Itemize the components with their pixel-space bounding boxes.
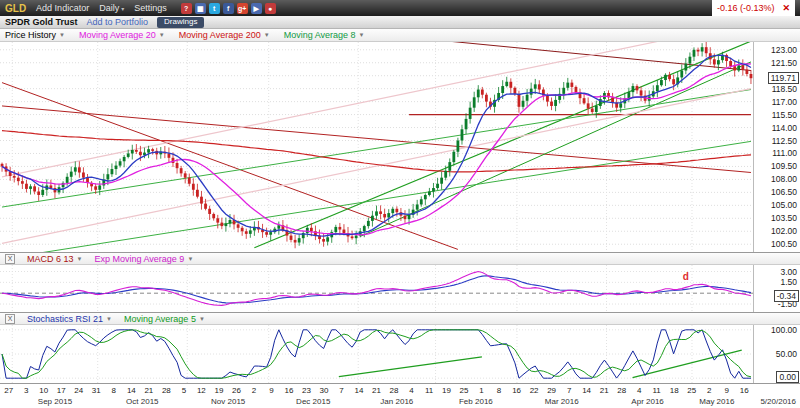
facebook-icon[interactable]: f: [223, 3, 234, 14]
time-tick-label: 28: [162, 386, 171, 395]
stoch-legend: Stochastics RSI 21▼Moving Average 5▼: [27, 314, 205, 324]
axis-label: 118.50: [772, 84, 797, 94]
axis-label: 114.00: [772, 123, 797, 133]
time-tick-label: 2: [252, 386, 256, 395]
macd-annotation: d: [683, 271, 689, 282]
time-axis: 2731017243181421285121926291623307142128…: [0, 383, 800, 408]
legend-item[interactable]: Moving Average 8▼: [284, 30, 365, 40]
axis-label: 1.50: [780, 277, 797, 287]
time-tick-label: 31: [92, 386, 101, 395]
legend-label: Exp Moving Average 9: [94, 254, 184, 264]
time-tick-label: 21: [144, 386, 153, 395]
axis-label: 109.50: [771, 161, 797, 171]
googleplus-icon[interactable]: g+: [237, 3, 248, 14]
time-tick-label: 25: [687, 386, 696, 395]
time-tick-label: 9: [724, 386, 728, 395]
axis-label: 115.50: [772, 110, 797, 120]
axis-label: 117.00: [772, 97, 797, 107]
stoch-plot[interactable]: [0, 325, 753, 383]
axis-label: 3.00: [780, 267, 797, 277]
toolbar-icon-group: ?▦tfg+▶●: [181, 3, 276, 14]
trendlines-layer[interactable]: [2, 42, 751, 252]
legend-label: Moving Average 5: [124, 314, 196, 324]
menu-timeframe[interactable]: Daily ▾: [99, 3, 124, 13]
month-label: Sep 2015: [38, 397, 72, 406]
legend-label: MACD 6 13: [27, 254, 74, 264]
candles-layer: [1, 42, 753, 248]
time-tick-label: 2: [707, 386, 711, 395]
legend-item[interactable]: Moving Average 200▼: [179, 30, 270, 40]
time-tick-label: 10: [39, 386, 48, 395]
menu-settings[interactable]: Settings: [134, 3, 167, 13]
legend-label: Price History: [5, 30, 56, 40]
time-tick-label: 28: [390, 386, 399, 395]
month-label: Nov 2015: [211, 397, 245, 406]
time-tick-label: 19: [214, 386, 223, 395]
stoch-panel-header: X Stochastics RSI 21▼Moving Average 5▼: [0, 312, 800, 325]
stoch-plot-row: 100.0050.000.00 0.00: [0, 325, 800, 383]
last-price-badge: 119.71: [768, 72, 799, 84]
axis-label: 100.00: [771, 325, 797, 335]
legend-label: Moving Average 200: [179, 30, 261, 40]
price-legend: Price History▼Moving Average 20▼Moving A…: [5, 30, 365, 40]
month-label: Dec 2015: [296, 397, 330, 406]
legend-item[interactable]: Stochastics RSI 21▼: [27, 314, 112, 324]
quote-change: -0.16 (-0.13%): [717, 3, 775, 13]
time-tick-label: 9: [269, 386, 273, 395]
help-icon[interactable]: ?: [181, 3, 192, 14]
time-tick-label: 21: [372, 386, 381, 395]
macd-plot[interactable]: [0, 265, 753, 312]
drawings-button[interactable]: Drawings: [157, 17, 204, 28]
time-tick-label: 11: [653, 386, 661, 395]
close-stoch-button[interactable]: X: [5, 314, 15, 324]
legend-label: Moving Average 8: [284, 30, 356, 40]
stoch-value-badge: 0.00: [776, 371, 799, 383]
video-icon[interactable]: ▶: [251, 3, 262, 14]
macd-legend: MACD 6 13▼Exp Moving Average 9▼: [27, 254, 193, 264]
close-macd-button[interactable]: X: [5, 254, 15, 264]
month-label: Oct 2015: [126, 397, 158, 406]
month-label: Feb 2016: [459, 397, 493, 406]
chevron-down-icon: ▼: [106, 316, 112, 322]
time-tick-label: 17: [57, 386, 66, 395]
twitter-icon[interactable]: t: [209, 3, 220, 14]
time-tick-label: 21: [600, 386, 609, 395]
macd-plot-row: 3.001.50-1.50 -0.34 d: [0, 265, 800, 312]
legend-item[interactable]: Price History▼: [5, 30, 65, 40]
legend-item[interactable]: Exp Moving Average 9▼: [94, 254, 193, 264]
time-tick-label: 4: [637, 386, 641, 395]
symbol-label: GLD: [5, 3, 26, 14]
price-plot[interactable]: [0, 42, 753, 252]
axis-label: 112.50: [772, 136, 797, 146]
add-to-portfolio-link[interactable]: Add to Portfolio: [87, 17, 149, 27]
stoch-grid: [0, 325, 753, 383]
time-tick-label: 19: [442, 386, 451, 395]
time-tick-label: 8: [112, 386, 116, 395]
close-icon[interactable]: ✕: [782, 3, 790, 13]
time-tick-label: 25: [460, 386, 469, 395]
legend-item[interactable]: MACD 6 13▼: [27, 254, 82, 264]
chevron-down-icon: ▼: [264, 32, 270, 38]
axis-label: 108.00: [771, 174, 797, 184]
legend-item[interactable]: Moving Average 20▼: [79, 30, 165, 40]
macd-axis: 3.001.50-1.50: [753, 265, 800, 312]
menu-add-indicator[interactable]: Add Indicator: [36, 3, 89, 13]
time-tick-label: 23: [302, 386, 311, 395]
axis-label: 100.50: [771, 239, 797, 249]
security-name: SPDR Gold Trust: [5, 17, 78, 27]
time-tick-label: 18: [670, 386, 679, 395]
chevron-down-icon: ▼: [359, 32, 365, 38]
record-icon[interactable]: ●: [265, 3, 276, 14]
axis-label: 121.50: [771, 58, 797, 68]
month-label: Apr 2016: [631, 397, 663, 406]
time-tick-label: 24: [74, 386, 83, 395]
security-bar: SPDR Gold Trust Add to Portfolio Drawing…: [0, 16, 800, 29]
axis-label: 111.00: [772, 148, 797, 158]
layout-icon[interactable]: ▦: [195, 3, 206, 14]
time-tick-label: 14: [127, 386, 136, 395]
chevron-down-icon: ▾: [121, 5, 124, 12]
legend-item[interactable]: Moving Average 5▼: [124, 314, 205, 324]
axis-label: 105.00: [771, 200, 797, 210]
chevron-down-icon: ▼: [59, 32, 65, 38]
chevron-down-icon: ▼: [199, 316, 205, 322]
